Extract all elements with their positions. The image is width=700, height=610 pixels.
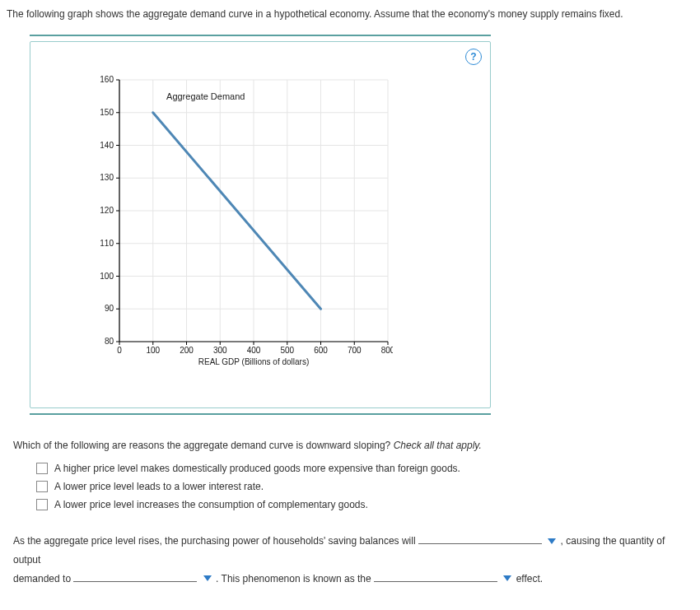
intro-text: The following graph shows the aggregate …: [7, 8, 693, 35]
svg-text:0: 0: [117, 346, 122, 355]
svg-text:110: 110: [100, 239, 114, 248]
question-prompt: Which of the following are reasons the a…: [13, 440, 390, 451]
checkbox-icon[interactable]: [36, 499, 48, 510]
svg-marker-60: [548, 538, 556, 544]
svg-text:300: 300: [213, 346, 227, 355]
question-hint: Check all that apply.: [394, 440, 482, 451]
blank-1[interactable]: [418, 532, 542, 544]
svg-text:150: 150: [100, 108, 114, 117]
svg-text:80: 80: [105, 337, 114, 346]
chart-svg: 0100200300400500600700800809010011012013…: [96, 75, 393, 380]
svg-text:120: 120: [100, 206, 114, 215]
svg-text:Aggregate Demand: Aggregate Demand: [166, 91, 245, 101]
svg-text:100: 100: [146, 346, 160, 355]
svg-text:160: 160: [100, 75, 114, 84]
svg-text:200: 200: [180, 346, 194, 355]
help-icon[interactable]: ?: [465, 49, 482, 65]
svg-text:500: 500: [280, 346, 294, 355]
checklist: A higher price level makes domestically …: [36, 463, 687, 510]
fillin-t3: demanded to: [13, 573, 71, 584]
check-option[interactable]: A higher price level makes domestically …: [36, 463, 687, 474]
check-option[interactable]: A lower price level increases the consum…: [36, 499, 687, 510]
fillin-t4: . This phenomenon is known as the: [216, 573, 371, 584]
svg-text:REAL GDP (Billions of dollars): REAL GDP (Billions of dollars): [198, 357, 310, 366]
svg-text:130: 130: [100, 173, 114, 182]
dropdown-icon[interactable]: [503, 575, 511, 582]
svg-text:600: 600: [314, 346, 328, 355]
fill-in-block: As the aggregate price level rises, the …: [13, 532, 687, 588]
dropdown-icon[interactable]: [203, 575, 212, 582]
svg-marker-61: [203, 575, 212, 581]
svg-text:140: 140: [100, 141, 114, 150]
checkbox-icon[interactable]: [36, 481, 48, 492]
check-option[interactable]: A lower price level leads to a lower int…: [36, 481, 687, 492]
panel-top-rule: [30, 35, 491, 36]
checkbox-icon[interactable]: [36, 463, 48, 474]
svg-marker-62: [503, 575, 511, 581]
chart-panel: ? 01002003004005006007008008090100110120…: [30, 41, 491, 408]
panel-bottom-rule: [30, 413, 491, 415]
fillin-t5: effect.: [516, 573, 543, 584]
svg-text:800: 800: [381, 346, 393, 355]
chart: 0100200300400500600700800809010011012013…: [96, 75, 393, 380]
svg-text:700: 700: [348, 346, 362, 355]
svg-text:100: 100: [100, 272, 114, 281]
question-block: Which of the following are reasons the a…: [13, 440, 687, 510]
check-label: A lower price level increases the consum…: [54, 499, 368, 510]
blank-2[interactable]: [73, 570, 197, 582]
check-label: A lower price level leads to a lower int…: [54, 481, 264, 492]
svg-text:90: 90: [105, 304, 114, 313]
check-label: A higher price level makes domestically …: [54, 463, 460, 474]
dropdown-icon[interactable]: [548, 538, 556, 545]
svg-text:400: 400: [247, 346, 261, 355]
blank-3[interactable]: [374, 570, 497, 582]
fillin-t1: As the aggregate price level rises, the …: [13, 535, 416, 547]
